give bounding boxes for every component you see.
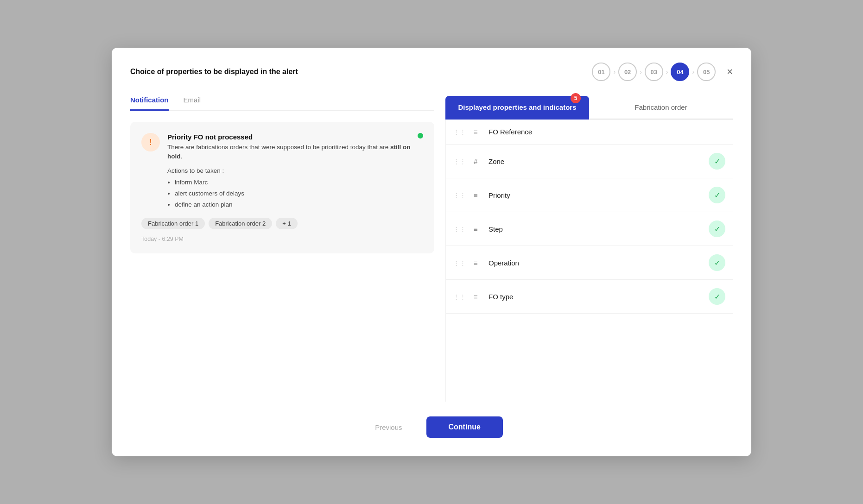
check-fo-type[interactable]: ✓ xyxy=(709,288,725,305)
step-1[interactable]: 01 xyxy=(592,63,610,81)
tab-displayed-properties[interactable]: Displayed properties and indicators 5 xyxy=(445,96,589,120)
card-title: Priority FO not processed xyxy=(167,133,423,141)
drag-handle-icon[interactable]: ⋮⋮ xyxy=(453,128,466,135)
modal: Choice of properties to be displayed in … xyxy=(112,48,751,456)
property-row: ⋮⋮ ≡ Step ✓ xyxy=(446,212,733,246)
actions-label: Actions to be taken : xyxy=(167,167,423,174)
drag-handle-icon[interactable]: ⋮⋮ xyxy=(453,226,466,233)
step-4[interactable]: 04 xyxy=(671,63,689,81)
left-panel: Notification Email ! Priority FO not pro… xyxy=(130,96,445,402)
drag-handle-icon[interactable]: ⋮⋮ xyxy=(453,158,466,165)
check-zone[interactable]: ✓ xyxy=(709,153,725,170)
drag-handle-icon[interactable]: ⋮⋮ xyxy=(453,293,466,300)
steps-nav: 01 › 02 › 03 › 04 › 05 xyxy=(592,63,716,81)
tag-fo2[interactable]: Fabrication order 2 xyxy=(209,218,272,229)
check-operation[interactable]: ✓ xyxy=(709,254,725,271)
notification-card: ! Priority FO not processed There are fa… xyxy=(130,122,434,253)
status-dot xyxy=(418,133,423,139)
continue-button[interactable]: Continue xyxy=(426,416,503,438)
tab-email[interactable]: Email xyxy=(184,96,201,111)
zone-icon: # xyxy=(474,158,483,165)
alert-icon: ! xyxy=(141,133,160,151)
actions-list: inform Marc alert customers of delays de… xyxy=(175,177,423,211)
modal-header: Choice of properties to be displayed in … xyxy=(130,63,733,81)
properties-badge: 5 xyxy=(571,93,581,103)
property-step: Step xyxy=(489,225,703,233)
modal-body: Notification Email ! Priority FO not pro… xyxy=(130,96,733,402)
modal-title: Choice of properties to be displayed in … xyxy=(130,68,298,76)
step-5[interactable]: 05 xyxy=(697,63,716,81)
arrow-2: › xyxy=(640,68,642,76)
fo-type-icon: ≡ xyxy=(474,293,483,301)
property-row: ⋮⋮ ≡ Priority ✓ xyxy=(446,178,733,212)
property-fo-reference: FO Reference xyxy=(489,128,725,136)
fo-reference-icon: ≡ xyxy=(474,128,483,136)
property-operation: Operation xyxy=(489,259,703,267)
action-item: alert customers of delays xyxy=(175,188,423,199)
property-row: ⋮⋮ ≡ Operation ✓ xyxy=(446,246,733,280)
operation-icon: ≡ xyxy=(474,259,483,267)
modal-footer: Previous Continue xyxy=(130,416,733,438)
right-panel: Displayed properties and indicators 5 Fa… xyxy=(445,96,733,402)
arrow-1: › xyxy=(613,68,616,76)
tab-notification[interactable]: Notification xyxy=(130,96,169,111)
card-content: Priority FO not processed There are fabr… xyxy=(167,133,423,162)
action-item: inform Marc xyxy=(175,177,423,188)
check-step[interactable]: ✓ xyxy=(709,220,725,237)
arrow-4: › xyxy=(692,68,694,76)
property-priority: Priority xyxy=(489,191,703,199)
property-zone: Zone xyxy=(489,158,703,165)
property-fo-type: FO type xyxy=(489,293,703,301)
card-header: ! Priority FO not processed There are fa… xyxy=(141,133,423,162)
step-icon: ≡ xyxy=(474,225,483,233)
right-tabs: Displayed properties and indicators 5 Fa… xyxy=(445,96,733,120)
priority-icon: ≡ xyxy=(474,191,483,199)
properties-list: ⋮⋮ ≡ FO Reference ⋮⋮ # Zone ✓ ⋮⋮ ≡ Prior… xyxy=(445,120,733,402)
tag-fo1[interactable]: Fabrication order 1 xyxy=(141,218,205,229)
left-tabs: Notification Email xyxy=(130,96,434,111)
property-row: ⋮⋮ ≡ FO Reference xyxy=(446,120,733,145)
drag-handle-icon[interactable]: ⋮⋮ xyxy=(453,259,466,266)
tags-row: Fabrication order 1 Fabrication order 2 … xyxy=(141,218,423,229)
timestamp: Today - 6:29 PM xyxy=(141,236,423,242)
step-3[interactable]: 03 xyxy=(645,63,663,81)
arrow-3: › xyxy=(666,68,668,76)
close-button[interactable]: × xyxy=(727,67,733,77)
property-row: ⋮⋮ # Zone ✓ xyxy=(446,145,733,178)
tab-fabrication-order[interactable]: Fabrication order xyxy=(589,96,733,120)
step-2[interactable]: 02 xyxy=(618,63,637,81)
drag-handle-icon[interactable]: ⋮⋮ xyxy=(453,192,466,199)
check-priority[interactable]: ✓ xyxy=(709,187,725,203)
action-item: define an action plan xyxy=(175,199,423,210)
previous-button[interactable]: Previous xyxy=(360,418,417,437)
card-description: There are fabrications orders that were … xyxy=(167,143,423,162)
property-row: ⋮⋮ ≡ FO type ✓ xyxy=(446,280,733,314)
tag-more[interactable]: + 1 xyxy=(276,218,297,229)
